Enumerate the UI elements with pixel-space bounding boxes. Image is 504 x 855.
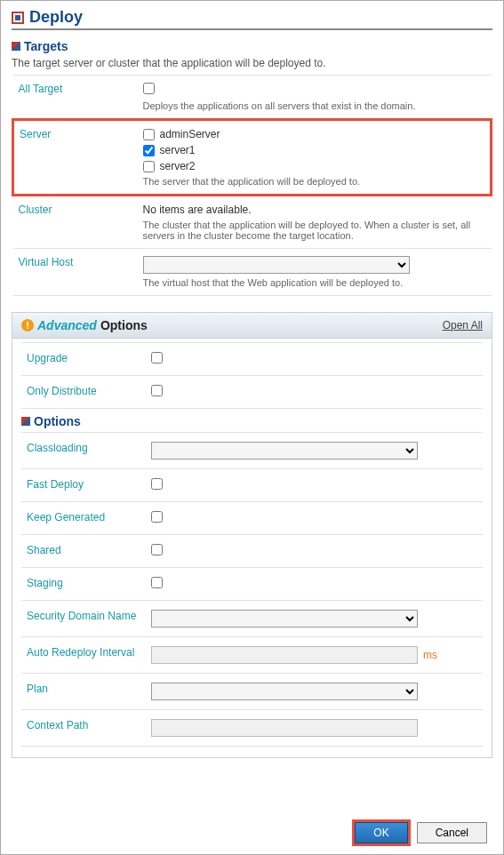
cluster-help: The cluster that the application will be…	[143, 220, 486, 241]
all-target-label: All Target	[13, 76, 138, 120]
advanced-top-table: Upgrade Only Distribute	[21, 342, 483, 409]
section-icon	[21, 417, 30, 426]
shared-label: Shared	[21, 535, 146, 568]
cluster-label: Cluster	[13, 196, 138, 249]
context-path-label: Context Path	[21, 710, 146, 747]
keep-generated-checkbox[interactable]	[151, 511, 163, 523]
fast-deploy-checkbox[interactable]	[151, 478, 163, 490]
warning-icon: !	[21, 319, 34, 332]
server-row: Server adminServer server1 server2 The s…	[13, 120, 492, 196]
advanced-body: Upgrade Only Distribute Options Classloa…	[12, 339, 492, 757]
vhost-row: Virtual Host The virtual host that the W…	[13, 249, 492, 296]
section-icon	[12, 42, 20, 51]
vhost-label: Virtual Host	[13, 249, 138, 296]
auto-redeploy-input[interactable]	[151, 646, 418, 664]
classloading-select[interactable]	[151, 442, 418, 459]
security-domain-label: Security Domain Name	[21, 601, 146, 637]
context-path-input[interactable]	[151, 719, 418, 737]
all-target-row: All Target Deploys the applications on a…	[13, 76, 492, 120]
server-option-row: adminServer	[143, 128, 485, 140]
keep-generated-label: Keep Generated	[21, 502, 146, 535]
all-target-help: Deploys the applications on all servers …	[143, 100, 486, 111]
advanced-opts-word: Options	[100, 318, 148, 332]
upgrade-checkbox[interactable]	[151, 352, 163, 364]
advanced-panel: ! Advanced Options Open All Upgrade Only…	[12, 312, 492, 758]
deploy-icon	[12, 12, 24, 24]
server-option-label: server1	[160, 144, 196, 156]
only-distribute-label: Only Distribute	[21, 376, 146, 409]
ok-button[interactable]: OK	[355, 822, 407, 843]
server-option-row: server1	[143, 144, 485, 156]
cluster-empty: No items are available.	[143, 204, 486, 216]
server-option-row: server2	[143, 160, 485, 172]
advanced-header: ! Advanced Options Open All	[12, 313, 492, 339]
all-target-checkbox[interactable]	[143, 83, 155, 94]
dialog-header: Deploy	[12, 8, 492, 30]
server-option-label: adminServer	[160, 128, 220, 140]
staging-checkbox[interactable]	[151, 577, 163, 588]
targets-table: All Target Deploys the applications on a…	[12, 75, 492, 296]
server-help: The server that the application will be …	[143, 176, 485, 187]
server-option-label: server2	[160, 160, 196, 172]
only-distribute-checkbox[interactable]	[151, 385, 163, 396]
cancel-button[interactable]: Cancel	[417, 822, 487, 843]
advanced-word: Advanced	[37, 318, 97, 332]
targets-heading: Targets	[12, 39, 492, 53]
button-bar: OK Cancel	[355, 822, 487, 843]
security-domain-select[interactable]	[151, 610, 418, 627]
cluster-row: Cluster No items are available. The clus…	[13, 196, 492, 249]
staging-label: Staging	[21, 568, 146, 601]
server-option-checkbox-2[interactable]	[143, 161, 155, 172]
fast-deploy-label: Fast Deploy	[21, 469, 146, 502]
classloading-label: Classloading	[21, 433, 146, 469]
advanced-header-left: ! Advanced Options	[21, 318, 148, 332]
server-option-checkbox-0[interactable]	[143, 129, 155, 140]
plan-label: Plan	[21, 674, 146, 710]
deploy-dialog: Deploy Targets The target server or clus…	[0, 0, 504, 855]
server-option-checkbox-1[interactable]	[143, 145, 155, 156]
targets-description: The target server or cluster that the ap…	[12, 57, 492, 69]
shared-checkbox[interactable]	[151, 544, 163, 555]
plan-select[interactable]	[151, 683, 418, 700]
options-heading-label: Options	[34, 414, 81, 428]
auto-redeploy-label: Auto Redeploy Interval	[21, 637, 146, 674]
targets-heading-label: Targets	[24, 39, 68, 53]
auto-redeploy-unit: ms	[423, 649, 437, 661]
open-all-link[interactable]: Open All	[443, 319, 483, 332]
options-table: Classloading Fast Deploy Keep Generated …	[21, 432, 483, 747]
vhost-help: The virtual host that the Web applicatio…	[143, 277, 486, 288]
server-label: Server	[13, 120, 138, 196]
upgrade-label: Upgrade	[21, 343, 146, 376]
options-heading: Options	[21, 414, 483, 428]
dialog-title: Deploy	[29, 8, 83, 27]
vhost-select[interactable]	[143, 256, 410, 274]
